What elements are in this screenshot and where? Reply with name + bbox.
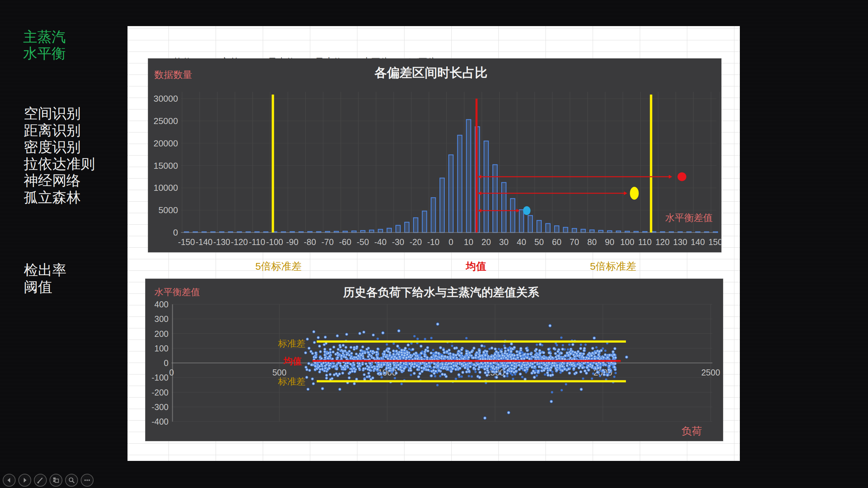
scatter-title: 历史各负荷下给水与主蒸汽的差值关系 <box>294 285 589 300</box>
x-tick-label: -90 <box>286 237 298 247</box>
x-tick-label: 120 <box>655 237 670 247</box>
histogram-x-axis-note: 水平衡差值 <box>665 211 713 224</box>
y-tick-label: 30000 <box>154 94 178 104</box>
next-slide-icon <box>21 477 28 484</box>
presenter-controls <box>3 474 94 487</box>
x-tick-label: 100 <box>620 237 634 247</box>
x-tick-label: 90 <box>605 237 614 247</box>
method-item: 孤立森林 <box>24 189 95 206</box>
y-tick-label: 15000 <box>154 161 178 171</box>
method-list: 空间识别 距离识别 密度识别 拉依达准则 神经网络 孤立森林 <box>24 105 95 206</box>
zoom-icon <box>68 476 75 484</box>
metric-list: 检出率 阈值 <box>24 262 66 296</box>
y-tick-label: 100 <box>154 344 169 353</box>
y-tick-label: 200 <box>154 329 169 339</box>
y-tick-label: -400 <box>152 417 169 426</box>
method-item: 空间识别 <box>24 105 95 122</box>
lower-5sigma-label: 5倍标准差 <box>255 260 302 273</box>
zoom-button[interactable] <box>65 474 78 487</box>
upper-std-label: 标准差 <box>278 338 305 350</box>
slide-title-line1: 主蒸汽 <box>23 28 66 45</box>
x-tick-label: -80 <box>304 237 316 247</box>
y-tick-label: -200 <box>152 388 169 397</box>
scatter-chart[interactable]: -400-300-200-100010020030040005001000150… <box>145 279 723 441</box>
histogram-chart[interactable]: 050001000015000200002500030000-150-140-1… <box>148 58 722 252</box>
previous-slide-button[interactable] <box>3 474 16 487</box>
x-tick-label: -10 <box>427 237 439 247</box>
see-all-slides-button[interactable] <box>50 474 62 487</box>
y-tick-label: 25000 <box>154 116 178 126</box>
y-tick-label: -300 <box>152 402 169 412</box>
x-tick-label: 30 <box>499 237 509 247</box>
y-tick-label: -100 <box>152 373 169 382</box>
histogram-y-axis-note: 数据数量 <box>154 68 192 81</box>
x-tick-label: -30 <box>392 237 404 247</box>
red-dot-marker <box>677 172 686 181</box>
metric-item: 检出率 <box>24 262 66 279</box>
y-tick-label: 0 <box>164 358 169 368</box>
x-tick-label: 2500 <box>701 368 720 377</box>
x-tick-label: 10 <box>464 237 473 247</box>
metric-item: 阈值 <box>24 279 66 296</box>
x-tick-label: -100 <box>266 237 283 247</box>
pen-button[interactable] <box>34 474 47 487</box>
method-item: 密度识别 <box>24 139 95 156</box>
y-tick-label: 300 <box>154 314 169 324</box>
x-tick-label: 150 <box>708 237 721 247</box>
x-tick-label: 130 <box>673 237 687 247</box>
method-item: 距离识别 <box>24 122 95 139</box>
slide-title: 主蒸汽 水平衡 <box>23 28 66 62</box>
pen-icon <box>37 476 44 484</box>
histogram-title: 各偏差区间时长占比 <box>283 64 578 81</box>
scatter-x-axis-note: 负荷 <box>682 424 702 438</box>
x-tick-label: 0 <box>449 237 453 247</box>
x-tick-label: -130 <box>213 237 230 247</box>
x-tick-label: 20 <box>481 237 491 247</box>
method-item: 神经网络 <box>24 172 95 189</box>
x-tick-label: 60 <box>552 237 561 247</box>
lower-std-label: 标准差 <box>278 375 305 388</box>
scatter-points <box>304 323 628 420</box>
histogram-bars <box>184 120 718 232</box>
x-tick-label: 40 <box>517 237 526 247</box>
upper-5sigma-label: 5倍标准差 <box>590 260 636 273</box>
yellow-ellipse-marker <box>630 187 639 200</box>
blue-dot-marker <box>523 206 531 215</box>
scatter-mean-label: 均值 <box>283 355 302 367</box>
more-options-icon <box>83 476 91 484</box>
x-tick-label: -20 <box>410 237 422 247</box>
y-tick-label: 20000 <box>154 138 178 148</box>
x-tick-label: 0 <box>169 368 174 377</box>
x-tick-label: -40 <box>374 237 387 247</box>
x-tick-label: 140 <box>691 237 705 247</box>
scatter-svg: -400-300-200-100010020030040005001000150… <box>145 279 723 441</box>
x-tick-label: 50 <box>534 237 544 247</box>
more-options-button[interactable] <box>81 474 94 487</box>
x-tick-label: -70 <box>321 237 334 247</box>
x-tick-label: 70 <box>570 237 579 247</box>
previous-slide-icon <box>6 477 13 484</box>
presentation-slide: { "slide": { "left_notes": { "title_line… <box>0 0 868 488</box>
see-all-slides-icon <box>52 476 60 484</box>
x-tick-label: -120 <box>231 237 248 247</box>
x-tick-label: -150 <box>178 237 195 247</box>
y-tick-label: 10000 <box>154 183 178 193</box>
histogram-svg: 050001000015000200002500030000-150-140-1… <box>148 59 721 252</box>
x-tick-label: -110 <box>249 237 265 247</box>
x-tick-label: -140 <box>196 237 213 247</box>
mean-label: 均值 <box>460 260 492 273</box>
x-tick-label: -60 <box>339 237 351 247</box>
x-tick-label: 80 <box>587 237 597 247</box>
slide-title-line2: 水平衡 <box>23 45 66 62</box>
y-tick-label: 5000 <box>158 205 178 215</box>
scatter-y-axis-note: 水平衡差值 <box>154 286 200 298</box>
next-slide-button[interactable] <box>18 474 31 487</box>
x-tick-label: 110 <box>638 237 652 247</box>
method-item: 拉依达准则 <box>24 156 95 172</box>
y-tick-label: 0 <box>173 227 178 238</box>
x-tick-label: -50 <box>357 237 369 247</box>
y-tick-label: 400 <box>154 300 169 309</box>
